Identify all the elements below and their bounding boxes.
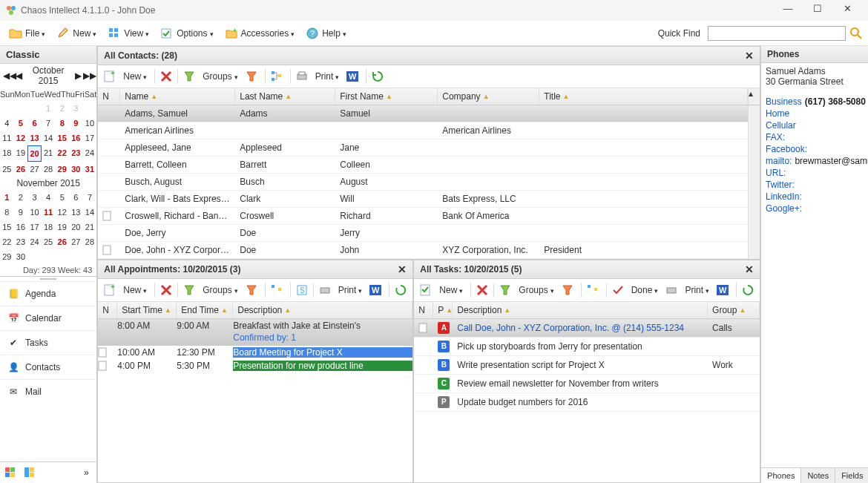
refresh-icon[interactable] xyxy=(370,69,385,84)
new-task-icon[interactable] xyxy=(418,283,433,298)
phone-field[interactable]: Google+: xyxy=(761,203,868,214)
filter-icon[interactable] xyxy=(560,283,575,298)
filter-icon[interactable] xyxy=(244,283,259,298)
task-row[interactable]: PUpdate budget numbers for 2016 xyxy=(414,393,760,412)
calendar-day[interactable]: 19 xyxy=(14,145,28,162)
calendar-day[interactable] xyxy=(83,101,97,116)
col-n[interactable]: N xyxy=(98,88,120,105)
calendar-day[interactable]: 16 xyxy=(14,220,28,234)
tab-fields[interactable]: Fields xyxy=(835,468,868,483)
calendar-day[interactable]: 24 xyxy=(83,145,97,162)
calendar-day[interactable] xyxy=(83,249,97,264)
groups-button[interactable]: Groups xyxy=(199,68,241,85)
calendar-day[interactable]: 15 xyxy=(55,131,69,145)
groups-button[interactable]: Groups xyxy=(515,282,557,298)
appt-row[interactable]: 10:00 AM12:30 PMBoard Meeting for Projec… xyxy=(98,346,412,359)
task-row[interactable]: BPick up storyboards from Jerry for pres… xyxy=(414,338,760,356)
calendar-day[interactable]: 30 xyxy=(14,249,28,264)
sidebar-item-mail[interactable]: ✉Mail xyxy=(0,379,96,404)
calendar-day[interactable]: 1 xyxy=(42,101,56,116)
calendar-day[interactable]: 12 xyxy=(14,131,28,145)
sidebar-item-agenda[interactable]: 📒Agenda xyxy=(0,281,96,306)
view-menu[interactable]: View xyxy=(103,23,153,44)
funnel-icon[interactable] xyxy=(498,283,513,298)
tree-icon[interactable] xyxy=(585,283,600,298)
col-company[interactable]: Company ▲ xyxy=(438,88,539,105)
calendar-day[interactable]: 26 xyxy=(55,234,69,249)
printer-icon[interactable] xyxy=(318,283,332,298)
phone-field[interactable]: Twitter: xyxy=(761,179,868,191)
calendar-day[interactable]: 25 xyxy=(0,162,14,177)
col-p[interactable]: P ▲ xyxy=(433,302,453,318)
calendar-day[interactable]: 8 xyxy=(55,116,69,131)
search-icon[interactable] xyxy=(849,26,864,41)
col-name[interactable]: Name ▲ xyxy=(120,88,235,105)
calendar-day[interactable]: 2 xyxy=(14,190,28,205)
phone-field[interactable]: Home xyxy=(761,108,868,119)
calendar-day[interactable]: 17 xyxy=(83,131,97,145)
windows-icon[interactable] xyxy=(3,465,18,480)
tree-icon[interactable] xyxy=(269,69,284,84)
calendar-day[interactable]: 26 xyxy=(14,162,28,177)
cal-month-2[interactable]: November 2015 xyxy=(0,177,96,190)
refresh-icon[interactable] xyxy=(393,283,408,298)
calendar-day[interactable]: 13 xyxy=(27,131,42,145)
maximize-button[interactable]: ☐ xyxy=(803,3,832,18)
sidebar-item-contacts[interactable]: 👤Contacts xyxy=(0,355,96,379)
calendar-day[interactable]: 15 xyxy=(0,220,14,234)
funnel-icon[interactable] xyxy=(182,69,197,84)
refresh-icon[interactable] xyxy=(740,283,755,298)
col-first[interactable]: First Name ▲ xyxy=(335,88,438,105)
check-icon[interactable] xyxy=(611,283,625,298)
options-menu[interactable]: Options xyxy=(156,23,217,44)
calendar-day[interactable]: 11 xyxy=(0,131,14,145)
calendar-day[interactable]: 4 xyxy=(0,116,14,131)
calendar-day[interactable]: 21 xyxy=(83,220,97,234)
help-menu[interactable]: ? Help xyxy=(301,23,350,44)
new-appt-icon[interactable]: + xyxy=(102,283,117,298)
delete-icon[interactable] xyxy=(475,283,490,298)
sidebar-item-calendar[interactable]: 📅Calendar xyxy=(0,306,96,330)
scrollbar[interactable] xyxy=(748,105,760,259)
calendar-day[interactable]: 8 xyxy=(0,205,14,220)
contact-row[interactable]: Busch, AugustBuschAugust xyxy=(98,174,748,191)
printer-icon[interactable] xyxy=(664,283,679,298)
cal-next[interactable]: ▶ xyxy=(73,70,83,81)
col-end[interactable]: End Time ▲ xyxy=(177,302,233,318)
toggle-icon[interactable]: S xyxy=(295,283,309,298)
calendar-day[interactable]: 28 xyxy=(42,162,56,177)
new-button[interactable]: New xyxy=(119,282,151,298)
contact-row[interactable]: Doe, John - XYZ Corporation,...DoeJohnXY… xyxy=(98,242,748,259)
file-menu[interactable]: File xyxy=(4,23,49,44)
print-button[interactable]: Print xyxy=(312,68,343,85)
col-group[interactable]: Group ▲ xyxy=(708,302,760,318)
calendar-day[interactable]: 22 xyxy=(0,234,14,249)
contact-row[interactable]: American AirlinesAmerican Airlines xyxy=(98,122,748,139)
contact-row[interactable]: Adams, SamuelAdamsSamuel xyxy=(98,105,748,122)
new-button[interactable]: New xyxy=(119,68,151,85)
accessories-menu[interactable]: + Accessories xyxy=(220,23,299,44)
calendar-day[interactable]: 23 xyxy=(14,234,28,249)
contact-row[interactable]: Appleseed, JaneAppleseedJane xyxy=(98,139,748,157)
contact-row[interactable]: Clark, Will - Bats Express, LLCClarkWill… xyxy=(98,191,748,208)
new-menu[interactable]: New xyxy=(52,23,100,44)
calendar-day[interactable]: 28 xyxy=(83,234,97,249)
calendar-day[interactable] xyxy=(42,249,56,264)
phone-field[interactable]: URL: xyxy=(761,167,868,179)
calendar-day[interactable]: 30 xyxy=(69,162,83,177)
calendar-day[interactable]: 9 xyxy=(14,205,28,220)
calendar-day[interactable]: 18 xyxy=(42,220,56,234)
calendar-day[interactable] xyxy=(55,249,69,264)
cal-next-far[interactable]: ▶▶ xyxy=(83,70,93,81)
new-contact-icon[interactable]: + xyxy=(102,69,117,84)
col-desc[interactable]: Description ▲ xyxy=(453,302,708,318)
phone-field[interactable]: Business (617) 368-5080 xyxy=(761,96,868,108)
col-start[interactable]: Start Time ▲ xyxy=(117,302,177,318)
tree-icon[interactable] xyxy=(269,283,284,298)
calendar-day[interactable]: 9 xyxy=(69,116,83,131)
contact-row[interactable]: Doe, JerryDoeJerry xyxy=(98,225,748,242)
new-button[interactable]: New xyxy=(435,282,467,298)
filter-icon[interactable] xyxy=(244,69,259,84)
calendar-day[interactable]: 3 xyxy=(69,101,83,116)
scroll-top-icon[interactable]: ▴ xyxy=(748,88,760,105)
